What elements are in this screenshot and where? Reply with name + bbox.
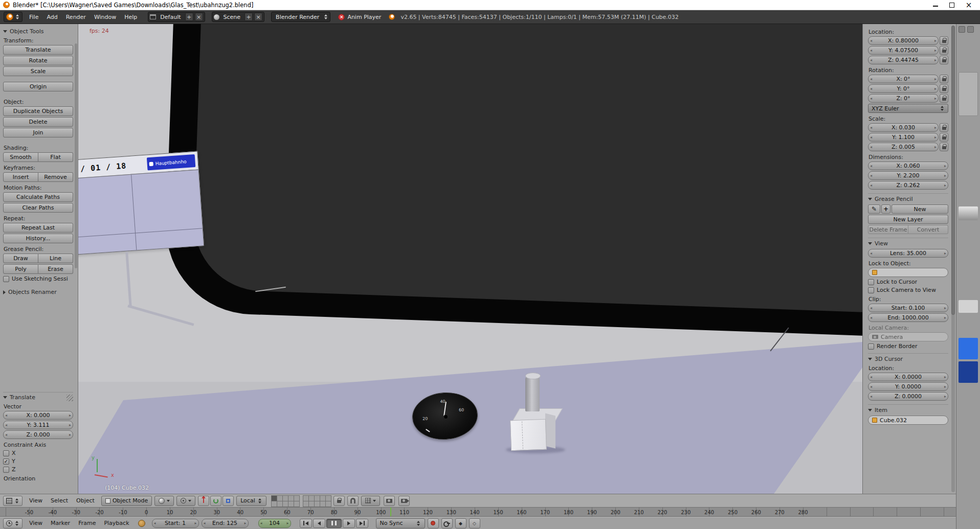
insert-keyframe-button[interactable]: ◆ — [455, 518, 466, 528]
stepper-right-icon[interactable]: ▸ — [933, 125, 938, 130]
render-border-checkbox[interactable]: Render Border — [868, 343, 948, 350]
viewport-menu-object[interactable]: Object — [72, 496, 99, 505]
timeline-ruler[interactable]: -50-40-30-20-100102030405060708090100110… — [0, 508, 956, 517]
stepper-right-icon[interactable]: ▸ — [943, 251, 948, 256]
convert-button[interactable]: Convert — [908, 225, 948, 234]
stepper-left-icon[interactable]: ◂ — [4, 413, 9, 418]
location-x-field-lock-icon[interactable] — [940, 36, 948, 45]
rotation-y-field-lock-icon[interactable] — [940, 84, 948, 93]
checkbox[interactable] — [868, 343, 874, 350]
stepper-left-icon[interactable]: ◂ — [868, 58, 874, 62]
clear-paths-button[interactable]: Clear Paths — [3, 203, 73, 213]
scale-z-field[interactable]: ◂Z: 0.005▸ — [868, 143, 939, 151]
stepper-right-icon[interactable]: ▸ — [193, 521, 198, 525]
stepper-left-icon[interactable]: ◂ — [868, 77, 874, 81]
record-button[interactable] — [428, 518, 439, 528]
cursor-x-field[interactable]: ◂X: 0.0000▸ — [868, 373, 948, 381]
new-button[interactable]: New — [892, 204, 948, 214]
menu-render[interactable]: Render — [62, 12, 90, 22]
view-panel-header[interactable]: View — [868, 238, 948, 247]
close-layout-button[interactable]: × — [195, 13, 203, 21]
shading-dropdown[interactable] — [154, 496, 174, 506]
snap-element-dropdown[interactable] — [361, 496, 380, 506]
cursor-y-field[interactable]: ◂Y: 0.0000▸ — [868, 382, 948, 391]
autokey-toggle-icon[interactable] — [138, 520, 145, 527]
sidebar-scrollbar[interactable] — [951, 26, 955, 492]
manipulator-rotate-toggle[interactable] — [210, 496, 221, 506]
dimensions-x-field[interactable]: ◂X: 0.060▸ — [868, 162, 948, 170]
stepper-left-icon[interactable]: ◂ — [868, 164, 874, 168]
stepper-right-icon[interactable]: ▸ — [943, 394, 948, 399]
stepper-left-icon[interactable]: ◂ — [868, 384, 874, 389]
stepper-left-icon[interactable]: ◂ — [868, 251, 874, 256]
pause-button[interactable] — [326, 519, 342, 528]
close-scene-button[interactable]: × — [254, 13, 262, 21]
origin-button[interactable]: Origin — [3, 82, 73, 91]
checkbox[interactable] — [3, 467, 9, 473]
vector-z-field[interactable]: ◂Z: 0.000▸ — [3, 430, 73, 439]
scrollbar-thumb[interactable] — [951, 26, 955, 315]
flat-button[interactable]: Flat — [38, 152, 73, 162]
scale-x-field[interactable]: ◂X: 0.030▸ — [868, 123, 939, 132]
stepper-left-icon[interactable]: ◂ — [868, 38, 874, 43]
editor-icon[interactable] — [959, 26, 965, 33]
duplicate-objects-button[interactable]: Duplicate Objects — [3, 106, 73, 116]
stepper-left-icon[interactable]: ◂ — [259, 521, 264, 525]
layer-toggle[interactable] — [294, 501, 300, 507]
titlebar[interactable]: Blender* [C:\Users\Wagner\Saved Games\Do… — [0, 0, 980, 10]
stepper-left-icon[interactable]: ◂ — [868, 306, 874, 310]
current-frame-field[interactable]: ◂ 104 ▸ — [258, 519, 291, 528]
stepper-left-icon[interactable]: ◂ — [868, 125, 874, 130]
add-layout-button[interactable]: + — [185, 13, 193, 21]
location-y-field-lock-icon[interactable] — [940, 46, 948, 55]
stepper-right-icon[interactable]: ▸ — [933, 86, 938, 91]
stepper-left-icon[interactable]: ◂ — [152, 521, 158, 525]
stepper-left-icon[interactable]: ◂ — [868, 173, 874, 178]
lock-object-field[interactable] — [868, 268, 948, 277]
line-button[interactable]: Line — [38, 254, 73, 263]
checkbox[interactable]: ✓ — [3, 458, 9, 465]
viewport-menu-view[interactable]: View — [25, 496, 47, 505]
lock-camera-checkbox[interactable]: Lock Camera to View — [868, 287, 948, 293]
cursor-z-field[interactable]: ◂Z: 0.0000▸ — [868, 392, 948, 401]
delete-keyframe-button[interactable]: ◇ — [469, 518, 480, 528]
editor-icon[interactable] — [967, 26, 974, 33]
rotation-z-field-lock-icon[interactable] — [940, 94, 948, 103]
jump-to-end-button[interactable] — [356, 519, 368, 528]
layer-toggle[interactable] — [325, 501, 331, 507]
add-scene-button[interactable]: + — [244, 13, 253, 21]
train-window[interactable] — [163, 24, 862, 338]
poly-button[interactable]: Poly — [3, 264, 38, 274]
stepper-right-icon[interactable]: ▸ — [68, 432, 73, 437]
location-y-field[interactable]: ◂Y: 4.07500▸ — [868, 46, 939, 55]
anim-player-toggle[interactable]: × Anim Player — [338, 14, 381, 20]
draw-button[interactable]: Draw — [3, 254, 38, 263]
calculate-paths-button[interactable]: Calculate Paths — [3, 192, 73, 202]
render-engine-dropdown[interactable]: Blender Render — [271, 12, 330, 22]
objects-renamer-panel-header[interactable]: Objects Renamer — [3, 289, 73, 295]
lock-to-cursor-checkbox[interactable]: Lock to Cursor — [868, 279, 948, 285]
clip-start-field[interactable]: ◂Start: 0.100▸ — [868, 304, 948, 312]
stepper-right-icon[interactable]: ▸ — [943, 375, 948, 379]
insert-button[interactable]: Insert — [3, 172, 38, 182]
scale-x-field-lock-icon[interactable] — [940, 123, 948, 132]
timeline-menu-marker[interactable]: Marker — [47, 518, 74, 528]
lever-base-front[interactable] — [510, 419, 547, 451]
dimensions-z-field[interactable]: ◂Z: 0.262▸ — [868, 181, 948, 190]
menu-add[interactable]: Add — [42, 12, 61, 22]
opengl-render-button[interactable] — [384, 496, 395, 506]
axis-y-checkbox[interactable]: ✓Y — [3, 458, 73, 465]
item-panel-header[interactable]: Item — [868, 404, 948, 413]
opengl-render-anim-button[interactable] — [398, 496, 410, 506]
cursor-panel-header[interactable]: 3D Cursor — [868, 353, 948, 362]
stepper-right-icon[interactable]: ▸ — [943, 315, 948, 320]
stepper-right-icon[interactable]: ▸ — [68, 413, 73, 418]
translate-button[interactable]: Translate — [3, 45, 73, 55]
pivot-dropdown[interactable] — [176, 496, 195, 506]
stepper-left-icon[interactable]: ◂ — [868, 135, 874, 140]
stepper-right-icon[interactable]: ▸ — [943, 384, 948, 389]
scene-selector[interactable]: Scene + × — [212, 12, 265, 22]
object-tools-panel-header[interactable]: Object Tools — [3, 28, 73, 35]
new-layer-button[interactable]: New Layer — [868, 215, 948, 224]
add-icon-button[interactable]: + — [881, 204, 890, 214]
